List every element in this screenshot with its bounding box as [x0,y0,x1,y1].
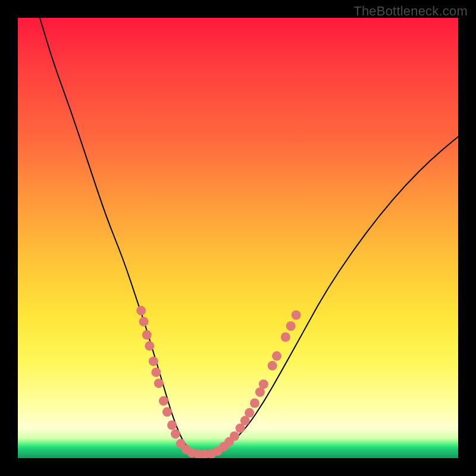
curve-marker [281,333,290,342]
curve-marker [159,396,168,406]
curve-marker [139,317,149,327]
curve-marker [167,421,177,430]
curve-marker [145,341,154,350]
curve-marker [151,368,161,377]
curve-marker [136,306,146,315]
bottleneck-curve-svg [18,18,458,458]
curve-marker [162,407,172,416]
curve-marker [268,361,277,371]
plot-area [18,18,458,458]
curve-marker [250,399,259,408]
watermark-text: TheBottleneck.com [353,4,468,19]
bottleneck-curve [40,18,458,454]
curve-marker [259,380,268,389]
curve-marker [142,330,152,340]
curve-marker [230,431,239,441]
curve-marker [149,356,158,366]
curve-marker [154,378,164,388]
curve-marker [272,351,281,361]
chart-frame: TheBottleneck.com [0,0,476,476]
curve-marker [245,408,254,418]
curve-marker [171,429,180,439]
curve-marker [286,321,296,331]
curve-markers [136,306,301,458]
curve-marker [292,311,301,320]
